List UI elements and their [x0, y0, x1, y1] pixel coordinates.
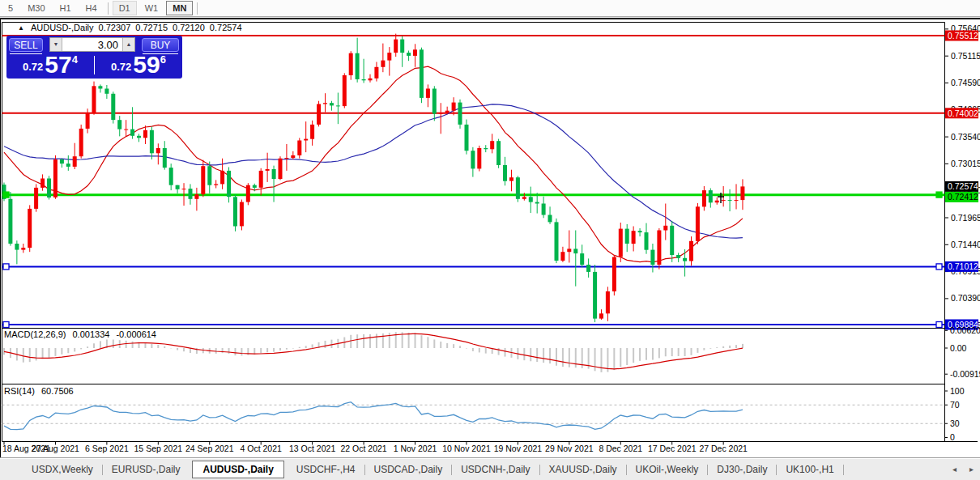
svg-text:0.73015: 0.73015 [951, 159, 980, 168]
svg-text:0.75512: 0.75512 [948, 31, 978, 40]
tab-usdx-weekly[interactable]: USDX,Weekly [23, 461, 102, 478]
sell-price-prefix: 0.72 [23, 61, 43, 73]
svg-text:1 Nov 2021: 1 Nov 2021 [394, 444, 437, 453]
line-handle[interactable] [3, 322, 9, 328]
svg-text:30: 30 [950, 418, 960, 428]
line-handle[interactable] [936, 264, 942, 270]
volume-spinner: ▼ 3.00 ▲ [49, 37, 135, 52]
period-button-m30[interactable]: M30 [21, 1, 51, 15]
svg-text:8 Dec 2021: 8 Dec 2021 [599, 444, 642, 453]
tab-usdcad-daily[interactable]: USDCAD-,Daily [365, 461, 452, 478]
rsi-pane [2, 402, 945, 430]
svg-text:27 Dec 2021: 27 Dec 2021 [699, 444, 748, 453]
line-handle[interactable] [936, 322, 942, 328]
svg-text:0.75115: 0.75115 [951, 51, 980, 61]
buy-price-big: 59 [133, 54, 160, 75]
period-button-d1[interactable]: D1 [113, 1, 137, 15]
line-handle[interactable] [3, 192, 9, 198]
svg-text:70: 70 [950, 400, 960, 410]
sell-price-sup: 4 [72, 53, 78, 66]
ohlc-low: 0.72120 [173, 23, 205, 32]
horizontal-line-objects[interactable] [2, 36, 945, 325]
svg-text:6 Sep 2021: 6 Sep 2021 [85, 444, 129, 453]
period-button-m5[interactable]: 5 [2, 1, 19, 15]
svg-text:13 Oct 2021: 13 Oct 2021 [289, 444, 335, 453]
tab-uk100-h1[interactable]: UK100-,H1 [777, 461, 842, 478]
macd-signal: -0.000614 [116, 329, 156, 339]
tab-separator [843, 465, 844, 475]
chart-tabbar: USDX,Weekly EURUSD-,Daily AUDUSD-,Daily … [0, 458, 980, 480]
svg-text:24 Sep 2021: 24 Sep 2021 [185, 444, 234, 453]
rsi-line [4, 402, 743, 430]
panel-collapse-icon[interactable]: ▲ [18, 24, 24, 32]
price-axis: 0.756400.751150.745900.740650.735400.730… [945, 23, 980, 442]
ohlc-open: 0.72307 [99, 23, 131, 32]
svg-text:10 Nov 2021: 10 Nov 2021 [442, 444, 491, 453]
period-button-w1[interactable]: W1 [138, 1, 165, 15]
date-axis: 18 Aug 202127 Aug 20216 Sep 202115 Sep 2… [2, 442, 748, 453]
line-handles[interactable] [3, 192, 942, 327]
svg-text:22 Oct 2021: 22 Oct 2021 [340, 444, 386, 453]
ohlc-high: 0.72715 [135, 23, 168, 32]
volume-input[interactable]: 3.00 [62, 38, 122, 51]
buy-button[interactable]: BUY [142, 38, 179, 52]
buy-price-prefix: 0.72 [111, 61, 131, 73]
svg-text:0.72574: 0.72574 [948, 181, 978, 191]
volume-increase-icon[interactable]: ▲ [122, 38, 134, 51]
tab-usdchf-h4[interactable]: USDCHF-,H4 [288, 461, 364, 478]
macd-indicator-label: MACD(12,26,9) 0.001334 -0.000614 [4, 329, 160, 339]
svg-text:0.72412: 0.72412 [948, 192, 978, 202]
svg-text:0.70390: 0.70390 [951, 293, 980, 303]
tab-ukoil-weekly[interactable]: UKOil-,Weekly [627, 461, 708, 478]
svg-text:100: 100 [950, 386, 965, 396]
svg-text:15 Sep 2021: 15 Sep 2021 [134, 444, 183, 453]
svg-text:27 Aug 2021: 27 Aug 2021 [32, 444, 79, 453]
svg-text:0: 0 [950, 432, 955, 442]
line-handle[interactable] [936, 192, 942, 198]
period-toolbar: 5 M30 H1 H4 D1 W1 MN [0, 0, 980, 16]
chart-symbol: AUDUSD-,Daily [31, 23, 94, 32]
tab-eurusd-daily[interactable]: EURUSD-,Daily [103, 461, 190, 478]
svg-text:0.006201: 0.006201 [950, 325, 980, 335]
macd-main: 0.001334 [72, 329, 109, 339]
tab-dj30-daily[interactable]: DJ30-,Daily [708, 461, 776, 478]
svg-text:0.73540: 0.73540 [951, 132, 980, 142]
sell-price-big: 57 [45, 54, 71, 75]
toolbar-separator [197, 2, 198, 15]
tab-scroll-right-icon[interactable]: ▸ [969, 465, 974, 474]
svg-text:4 Oct 2021: 4 Oct 2021 [241, 444, 283, 453]
buy-price[interactable]: 0.72 59 6 [95, 53, 182, 79]
svg-text:17 Dec 2021: 17 Dec 2021 [648, 444, 697, 453]
sell-price[interactable]: 0.72 57 4 [6, 53, 94, 79]
tab-usdcnh-daily[interactable]: USDCNH-,Daily [452, 461, 539, 478]
volume-decrease-icon[interactable]: ▼ [50, 38, 62, 51]
svg-text:0.71012: 0.71012 [948, 261, 978, 271]
tab-audusd-daily[interactable]: AUDUSD-,Daily [192, 461, 283, 478]
svg-text:0.74002: 0.74002 [948, 108, 978, 118]
rsi-indicator-label: RSI(14) 60.7506 [4, 386, 78, 396]
window-edge [0, 16, 980, 19]
toolbar-separator [108, 2, 109, 15]
period-button-h1[interactable]: H1 [53, 1, 78, 15]
period-button-h4[interactable]: H4 [79, 1, 104, 15]
sell-button[interactable]: SELL [9, 38, 43, 52]
svg-text:0.71440: 0.71440 [951, 240, 980, 249]
svg-text:0.74590: 0.74590 [951, 78, 980, 87]
tab-xauusd-daily[interactable]: XAUUSD-,Daily [540, 461, 626, 478]
ma-34-line [4, 104, 743, 238]
pane-borders [1, 18, 978, 458]
svg-text:19 Nov 2021: 19 Nov 2021 [494, 444, 543, 453]
svg-text:29 Nov 2021: 29 Nov 2021 [545, 444, 594, 453]
macd-name: MACD(12,26,9) [4, 329, 66, 339]
chart-title: ▲ AUDUSD-,Daily 0.72307 0.72715 0.72120 … [18, 23, 242, 32]
rsi-value: 60.7506 [41, 386, 74, 396]
svg-text:0.71965: 0.71965 [951, 213, 980, 223]
svg-text:-0.009197: -0.009197 [950, 369, 980, 379]
one-click-trading-panel: SELL ▼ 3.00 ▲ BUY 0.72 57 4 0.72 59 6 [6, 36, 182, 79]
line-handle[interactable] [3, 264, 9, 270]
ohlc-close: 0.72574 [210, 23, 242, 32]
period-button-mn[interactable]: MN [166, 1, 193, 15]
buy-price-sup: 6 [160, 53, 166, 66]
tab-scroll-left-icon[interactable]: ◂ [952, 465, 957, 474]
rsi-name: RSI(14) [4, 386, 35, 396]
